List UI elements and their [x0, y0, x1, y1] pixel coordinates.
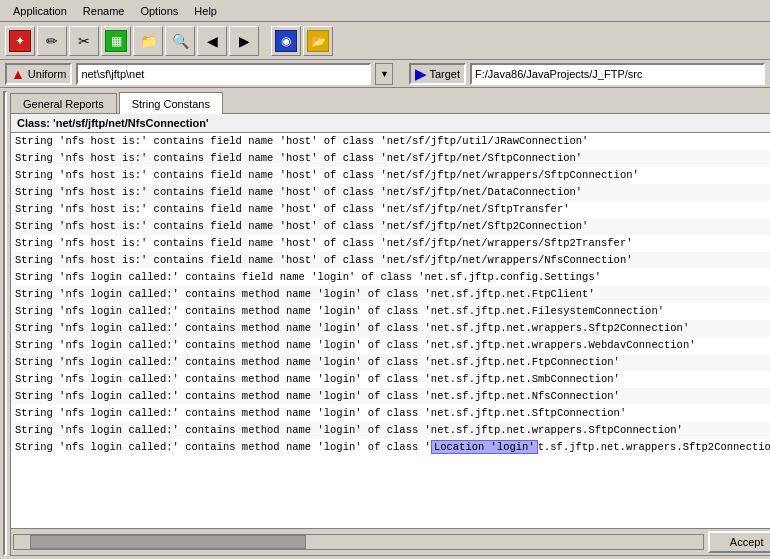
content-row: String 'nfs login called:' contains fiel…	[11, 269, 770, 286]
toolbar-icon-red: ✦	[9, 30, 31, 52]
content-row: String 'nfs host is:' contains field nam…	[11, 184, 770, 201]
forward-icon: ▶	[239, 33, 250, 49]
folder-icon-tb: 📁	[140, 33, 157, 49]
back-icon: ◀	[207, 33, 218, 49]
content-row: String 'nfs login called:' contains meth…	[11, 337, 770, 354]
scissors-icon: ✂	[78, 33, 90, 49]
tabs: General Reports String Constans	[10, 91, 770, 113]
target-path-input[interactable]	[470, 63, 765, 85]
source-path-label: ▲ Uniform	[5, 63, 72, 85]
accept-button[interactable]: Accept	[708, 531, 770, 553]
pencil-icon: ✏	[46, 33, 58, 49]
toolbar-btn-8[interactable]: ▶	[229, 26, 259, 56]
menubar: Application Rename Options Help	[0, 0, 770, 22]
content-row: String 'nfs host is:' contains field nam…	[11, 235, 770, 252]
toolbar-btn-1[interactable]: ✦	[5, 26, 35, 56]
toolbar-btn-3[interactable]: ✂	[69, 26, 99, 56]
content-row: String 'nfs login called:' contains meth…	[11, 303, 770, 320]
main-area: 📁 F:\Java86\JavaProje... ─ 📁 F:\Java86\J…	[0, 88, 770, 559]
menu-help[interactable]: Help	[186, 3, 225, 19]
source-icon: ▲	[11, 66, 25, 82]
horizontal-scrollbar[interactable]	[13, 534, 704, 550]
content-row: String 'nfs host is:' contains field nam…	[11, 150, 770, 167]
menu-rename[interactable]: Rename	[75, 3, 133, 19]
tab-general-reports-label: General Reports	[23, 98, 104, 110]
content-row: String 'nfs login called:' contains meth…	[11, 320, 770, 337]
content-row: String 'nfs login called:' contains meth…	[11, 439, 770, 456]
tab-string-constans-label: String Constans	[132, 98, 210, 110]
toolbar-btn-4[interactable]: ▦	[101, 26, 131, 56]
content-row: String 'nfs host is:' contains field nam…	[11, 252, 770, 269]
content-row: String 'nfs host is:' contains field nam…	[11, 133, 770, 150]
toolbar: ✦ ✏ ✂ ▦ 📁 🔍 ◀ ▶ ◉ 📂	[0, 22, 770, 60]
content-row: String 'nfs host is:' contains field nam…	[11, 218, 770, 235]
content-row: String 'nfs host is:' contains field nam…	[11, 201, 770, 218]
content-row: String 'nfs host is:' contains field nam…	[11, 167, 770, 184]
content-row: String 'nfs login called:' contains meth…	[11, 371, 770, 388]
tab-string-constans[interactable]: String Constans	[119, 92, 223, 114]
content-row: String 'nfs login called:' contains meth…	[11, 354, 770, 371]
target-label-text: Target	[429, 68, 460, 80]
location-login-highlight: Location 'login'	[431, 440, 538, 454]
content-row: String 'nfs login called:' contains meth…	[11, 422, 770, 439]
bottom-bar: Accept	[11, 528, 770, 555]
content-area: Class: 'net/sf/jftp/net/NfsConnection' S…	[10, 113, 770, 556]
magnify-icon: 🔍	[172, 33, 189, 49]
menu-application[interactable]: Application	[5, 3, 75, 19]
menu-options[interactable]: Options	[132, 3, 186, 19]
content-row: String 'nfs login called:' contains meth…	[11, 286, 770, 303]
hscroll-thumb[interactable]	[30, 535, 306, 549]
source-dropdown-btn[interactable]: ▼	[375, 63, 393, 85]
toolbar-btn-5[interactable]: 📁	[133, 26, 163, 56]
class-header: Class: 'net/sf/jftp/net/NfsConnection'	[11, 114, 770, 133]
pathbars: ▲ Uniform ▼ ▶ Target	[0, 60, 770, 88]
toolbar-btn-6[interactable]: 🔍	[165, 26, 195, 56]
toolbar-btn-7[interactable]: ◀	[197, 26, 227, 56]
target-icon: ▶	[415, 66, 426, 82]
content-list[interactable]: String 'nfs host is:' contains field nam…	[11, 133, 770, 528]
left-panel: 📁 F:\Java86\JavaProje... ─ 📁 F:\Java86\J…	[3, 91, 7, 556]
content-row: String 'nfs login called:' contains meth…	[11, 405, 770, 422]
toolbar-btn-9[interactable]: ◉	[271, 26, 301, 56]
toolbar-icon-blue: ◉	[275, 30, 297, 52]
class-header-text: Class: 'net/sf/jftp/net/NfsConnection'	[17, 117, 209, 129]
content-row: String 'nfs login called:' contains meth…	[11, 388, 770, 405]
source-label-text: Uniform	[28, 68, 67, 80]
tree-header: 📁 F:\Java86\JavaProje...	[5, 93, 7, 109]
toolbar-icon-yellow: 📂	[307, 30, 329, 52]
toolbar-btn-10[interactable]: 📂	[303, 26, 333, 56]
source-path-input[interactable]	[76, 63, 371, 85]
toolbar-icon-green: ▦	[105, 30, 127, 52]
tab-general-reports[interactable]: General Reports	[10, 93, 117, 113]
target-path-label: ▶ Target	[409, 63, 466, 85]
right-panel: General Reports String Constans Class: '…	[10, 91, 770, 556]
toolbar-btn-2[interactable]: ✏	[37, 26, 67, 56]
